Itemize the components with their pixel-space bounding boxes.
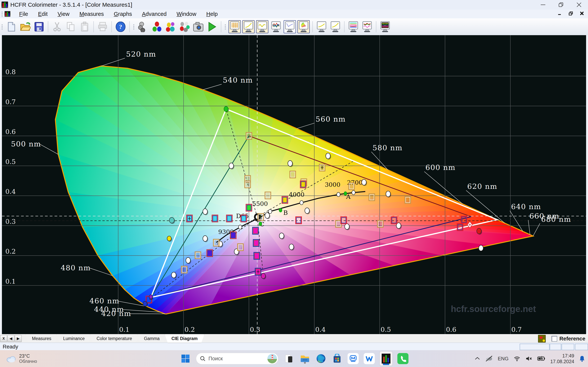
view-button-cie-diagram[interactable]	[297, 20, 310, 33]
svg-text:600 nm: 600 nm	[425, 163, 456, 172]
capture-button[interactable]	[192, 20, 204, 33]
tab-color-temperature[interactable]: Color temperature	[90, 334, 139, 343]
app-icon	[1, 1, 8, 8]
phone-app-icon[interactable]	[397, 353, 408, 364]
svg-text:0.5: 0.5	[381, 326, 391, 333]
start-button[interactable]	[180, 353, 191, 364]
svg-text:0.7: 0.7	[5, 98, 16, 106]
paste-button[interactable]	[78, 20, 91, 33]
menu-measures[interactable]: Measures	[74, 10, 109, 18]
menu-graphs[interactable]: Graphs	[109, 10, 137, 18]
close-measure-tab-button[interactable]: X	[0, 335, 7, 342]
svg-text:5500: 5500	[252, 200, 268, 207]
view-button-luminance-view-2[interactable]	[329, 20, 341, 33]
svg-text:0.6: 0.6	[446, 326, 456, 333]
w-app-icon[interactable]	[364, 353, 375, 364]
restore-button[interactable]	[552, 0, 570, 9]
view-button-gamma-view-2[interactable]	[315, 20, 328, 33]
view-button-color-temp-lines[interactable]	[347, 20, 359, 33]
tab-gamma[interactable]: Gamma	[137, 334, 166, 343]
svg-text:560 nm: 560 nm	[316, 115, 346, 123]
watermark: hcfr.sourceforge.net	[451, 304, 536, 314]
edge-browser-icon[interactable]	[315, 353, 327, 364]
svg-text:?: ?	[119, 23, 122, 30]
cie-chromaticity-chart[interactable]: 0.10.20.30.40.50.60.70.10.20.30.40.50.60…	[2, 35, 586, 334]
tab-measures[interactable]: Measures	[25, 334, 58, 343]
menu-window[interactable]: Window	[172, 10, 201, 18]
help-button[interactable]: ?	[114, 20, 127, 33]
desktop: HCFR Colorimeter - 3.5.1.4 - [Color Meas…	[0, 0, 588, 367]
close-icon[interactable]	[570, 0, 588, 9]
tray-expand-icon[interactable]	[475, 356, 480, 361]
status-bar: Ready	[0, 342, 588, 350]
weather-condition: Облачно	[19, 359, 37, 364]
rgb-measure-button[interactable]	[151, 20, 163, 33]
max-app-icon[interactable]	[348, 353, 359, 364]
sensor-config-button[interactable]	[137, 20, 149, 33]
print-button[interactable]	[96, 20, 109, 33]
color-measure-2-button[interactable]	[178, 20, 191, 33]
tray-date: 17.08.2024	[550, 359, 574, 364]
file-explorer-icon[interactable]	[299, 353, 311, 364]
mdi-close-icon[interactable]	[579, 11, 584, 17]
svg-text:520 nm: 520 nm	[126, 50, 156, 58]
free-measures-icon[interactable]	[538, 335, 546, 342]
view-button-measures-grid[interactable]	[229, 20, 241, 33]
svg-text:0.2: 0.2	[5, 248, 16, 255]
continuous-measure-button[interactable]	[206, 20, 218, 33]
cloud-icon	[6, 354, 17, 363]
view-button-color-tracking[interactable]	[270, 20, 282, 33]
svg-text:0.4: 0.4	[315, 326, 326, 333]
scroll-tabs-right-button[interactable]: ▶	[15, 335, 22, 342]
search-input[interactable]: Поиск	[196, 353, 278, 364]
svg-text:0.3: 0.3	[5, 218, 16, 225]
cut-button[interactable]	[51, 20, 63, 33]
battery-charging-icon[interactable]	[537, 356, 545, 361]
task-view-button[interactable]	[283, 353, 294, 364]
save-button[interactable]	[33, 20, 45, 33]
svg-text:0.6: 0.6	[5, 128, 16, 135]
volume-muted-icon[interactable]	[525, 356, 532, 361]
svg-text:420 nm: 420 nm	[101, 309, 131, 318]
language-indicator[interactable]: ENG	[498, 356, 509, 362]
view-button-gamma-curve[interactable]	[242, 20, 255, 33]
mdi-minimize-icon[interactable]	[557, 11, 562, 17]
scroll-tabs-left-button[interactable]: ◀	[8, 335, 14, 342]
tray-time: 17:49	[562, 353, 574, 359]
onedrive-paused-icon[interactable]	[485, 356, 493, 362]
view-button-luminance-curve[interactable]	[284, 20, 296, 33]
copy-button[interactable]	[65, 20, 77, 33]
weather-widget[interactable]: 23°C Облачно	[6, 353, 37, 364]
svg-text:640 nm: 640 nm	[511, 202, 541, 211]
tab-luminance[interactable]: Luminance	[56, 334, 92, 343]
status-panel-1	[520, 344, 550, 350]
tab-cie-diagram[interactable]: CIE Diagram	[165, 334, 204, 343]
menu-edit[interactable]: Edit	[33, 10, 53, 18]
menu-advanced[interactable]: Advanced	[137, 10, 172, 18]
minimize-button[interactable]	[534, 0, 552, 9]
view-button-rgb-levels[interactable]	[256, 20, 268, 33]
menu-help[interactable]: Help	[201, 10, 223, 18]
hcfr-taskbar-icon[interactable]	[380, 351, 392, 366]
wifi-icon[interactable]	[514, 356, 520, 361]
view-buttons-group	[228, 20, 392, 33]
notification-bell-icon[interactable]	[579, 355, 585, 362]
reference-checkbox-group[interactable]: Reference	[552, 336, 585, 342]
title-bar: HCFR Colorimeter - 3.5.1.4 - [Color Meas…	[0, 0, 588, 9]
menu-view[interactable]: View	[53, 10, 74, 18]
clock[interactable]: 17:49 17.08.2024	[550, 353, 574, 364]
open-file-button[interactable]	[19, 20, 31, 33]
microsoft-store-icon[interactable]	[331, 353, 343, 364]
reference-checkbox[interactable]	[552, 336, 557, 342]
menu-file[interactable]: File	[14, 10, 33, 18]
view-button-dark-screen-view[interactable]	[379, 20, 391, 33]
svg-text:0.4: 0.4	[5, 188, 16, 195]
search-placeholder: Поиск	[208, 356, 264, 362]
color-measure-1-button[interactable]	[164, 20, 177, 33]
graph-tab-bar: X ◀ ▶ Measures Luminance Color temperatu…	[0, 334, 588, 343]
svg-text:0.1: 0.1	[119, 326, 130, 333]
new-document-button[interactable]	[5, 20, 17, 33]
mdi-restore-icon[interactable]	[569, 11, 573, 17]
view-button-tracking-view[interactable]	[361, 20, 373, 33]
weather-temp: 23°C	[19, 353, 37, 359]
